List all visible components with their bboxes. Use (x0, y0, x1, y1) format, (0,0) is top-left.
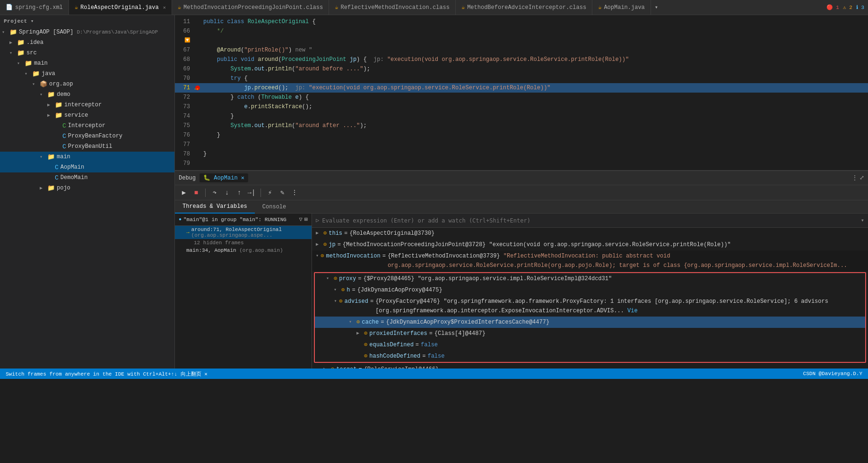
obj-icon: ⊙ (356, 317, 360, 327)
tree-item-orgaop[interactable]: ▾ 📦 org.aop (0, 79, 174, 89)
frame-current[interactable]: → around:71, RoleAspectOriginal (org.aop… (175, 226, 312, 239)
tab-role-aspect[interactable]: ☕ RoleAspectOriginal.java ✕ (69, 0, 172, 15)
item-label: ProxyBeanUtil (68, 143, 113, 150)
var-cache[interactable]: ▾ ⊙ cache = {JdkDynamicAopProxy$ProxiedI… (315, 317, 865, 328)
tree-item-service-folder[interactable]: ▶ 📁 service (0, 110, 174, 120)
debug-tab-aopmain[interactable]: 🐛 AopMain ✕ (200, 173, 248, 182)
tree-item-java[interactable]: ▾ 📁 java (0, 69, 174, 79)
var-h[interactable]: ▾ ⊙ h = {JdkDynamicAopProxy@4475} (315, 284, 865, 296)
tree-item-proxybeanfactory[interactable]: C ProxyBeanFactory (0, 131, 174, 141)
var-hashCodeDefined[interactable]: ⊙ hashCodeDefined = false (315, 351, 865, 362)
expand-icon: ▾ (25, 71, 32, 77)
class-icon: C (55, 174, 59, 181)
tabs-overflow[interactable]: ▾ (651, 4, 662, 11)
resume-button[interactable]: ▶ (179, 188, 189, 198)
frame-label: main:34, AopMain (org.aop.main) (186, 248, 283, 253)
app-root: 📄 spring-cfg.xml ☕ RoleAspectOriginal.ja… (0, 0, 868, 379)
code-editor[interactable]: 11 public class RoleAspectOriginal { 66 … (175, 15, 868, 170)
more-button[interactable]: ⋮ (289, 188, 300, 198)
tab-label: MethodInvocationProceedingJoinPoint.clas… (183, 4, 323, 11)
obj-icon: ⊙ (334, 274, 337, 283)
tab-icon: 📄 (6, 4, 13, 11)
item-label: java (42, 70, 55, 77)
expand-icon: ▾ (32, 81, 40, 87)
tree-item-interceptor-class[interactable]: C Interceptor (0, 120, 174, 131)
tree-item-demomain[interactable]: C DemoMain (0, 172, 174, 183)
frame-label: 12 hidden frames (186, 240, 244, 246)
tree-item-src[interactable]: ▾ 📁 src (0, 48, 174, 58)
frame-main[interactable]: main:34, AopMain (org.aop.main) (175, 247, 312, 254)
var-methodInvocation[interactable]: ▾ ⊙ methodInvocation = {ReflectiveMethod… (312, 250, 868, 271)
item-label: DemoMain (61, 174, 88, 181)
code-line-74: 74 } (175, 111, 868, 121)
tree-item-springaop[interactable]: ▾ 📁 SpringAOP [SAOP] D:\Programs\Java\Sp… (0, 27, 174, 37)
tab-method-inv[interactable]: ☕ MethodInvocationProceedingJoinPoint.cl… (172, 0, 329, 15)
folder-icon: 📁 (55, 111, 62, 119)
tree-item-aopmain[interactable]: C AopMain (0, 162, 174, 172)
obj-icon: ⊙ (341, 285, 345, 295)
item-label: main (57, 154, 70, 160)
item-label: org.aop (49, 81, 73, 87)
edit-button[interactable]: ✎ (277, 188, 287, 198)
expand-icon: ▶ (316, 240, 323, 249)
run-to-cursor-button[interactable]: →| (246, 188, 257, 198)
var-equalsDefined[interactable]: ⊙ equalsDefined = false (315, 339, 865, 351)
tree-item-main2[interactable]: ▾ 📁 main (0, 152, 174, 162)
highlight-box-group: ▾ ⊙ proxy = {$Proxy28@4465} "org.aop.spr… (314, 272, 866, 363)
sidebar-header: Project ▾ (0, 15, 174, 27)
warning-count: ⚠ 2 (843, 4, 852, 10)
expand-frames-icon[interactable]: ⊞ (304, 216, 308, 223)
evaluate-dropdown-icon[interactable]: ▾ (861, 217, 864, 224)
tab-method-before[interactable]: ☕ MethodBeforeAdviceInterceptor.class (456, 0, 592, 15)
tab-spring-cfg[interactable]: 📄 spring-cfg.xml (0, 0, 69, 15)
var-this[interactable]: ▶ ⊙ this = {RoleAspectOriginal@3730} (312, 228, 868, 239)
status-left: Switch frames from anywhere in the IDE w… (6, 370, 208, 377)
tree-item-main[interactable]: ▾ 📁 main (0, 58, 174, 69)
settings-icon[interactable]: ⋮ (852, 174, 858, 181)
code-line-77: 77 (175, 140, 868, 149)
filter-icon[interactable]: ▽ (299, 216, 303, 223)
tab-icon: ☕ (178, 4, 181, 11)
tree-item-idea[interactable]: ▶ 📁 .idea (0, 37, 174, 48)
step-over-button[interactable]: ↷ (209, 188, 220, 198)
close-icon[interactable]: ✕ (163, 5, 166, 10)
expand-icon: ▶ (323, 365, 331, 369)
tab-reflective[interactable]: ☕ ReflectiveMethodInvocation.class (329, 0, 456, 15)
stop-button[interactable]: ■ (191, 188, 201, 198)
item-label: .idea (26, 39, 43, 46)
var-proxiedInterfaces[interactable]: ▶ ⊙ proxiedInterfaces = {Class[4]@4487} (315, 328, 865, 339)
tab-aopmain[interactable]: ☕ AopMain.java (592, 0, 651, 15)
tab-console[interactable]: Console (255, 201, 294, 213)
tab-label: RoleAspectOriginal.java (80, 4, 159, 11)
step-out-button[interactable]: ↑ (234, 188, 244, 198)
evaluate-button[interactable]: ⚡ (265, 188, 275, 198)
folder-icon: 📁 (32, 70, 40, 77)
var-proxy[interactable]: ▾ ⊙ proxy = {$Proxy28@4465} "org.aop.spr… (315, 273, 865, 284)
tree-item-proxybeanutil[interactable]: C ProxyBeanUtil (0, 141, 174, 152)
var-target[interactable]: ▶ ⊙ target = {RoleServiceImpl@4466} (312, 364, 868, 369)
expand-icon: ▶ (47, 102, 55, 108)
step-into-button[interactable]: ↓ (222, 188, 232, 198)
item-label: interceptor (64, 102, 102, 108)
expand-icon: ▾ (40, 92, 47, 97)
code-line-ellipsis: 🔽 (175, 36, 868, 45)
info-count: ℹ 3 (856, 4, 864, 10)
expand-icon[interactable]: ⤢ (859, 174, 864, 181)
evaluate-input[interactable] (322, 217, 861, 224)
bool-icon: ⊙ (364, 340, 367, 350)
frame-label: around:71, RoleAspectOriginal (org.aop.s… (191, 227, 308, 238)
tree-item-pojo[interactable]: ▶ 📁 pojo (0, 183, 174, 193)
expand-icon: ▾ (334, 285, 341, 295)
folder-icon: 📁 (17, 49, 25, 57)
var-jp[interactable]: ▶ ⊙ jp = {MethodInvocationProceedingJoin… (312, 239, 868, 250)
frame-hidden[interactable]: 12 hidden frames (175, 239, 312, 247)
obj-icon: ⊙ (364, 329, 367, 338)
code-line-67: 67 @Around("printRole()") new " (175, 45, 868, 55)
tree-item-demo[interactable]: ▾ 📁 demo (0, 89, 174, 100)
tab-threads-variables[interactable]: Threads & Variables (175, 200, 255, 214)
frame-arrow: → (186, 230, 190, 235)
tab-label: AopMain.java (604, 4, 644, 11)
tree-item-interceptor-folder[interactable]: ▶ 📁 interceptor (0, 100, 174, 110)
var-advised[interactable]: ▾ ⊙ advised = {ProxyFactory@4476} "org.s… (315, 296, 865, 317)
editor-tabs: 📄 spring-cfg.xml ☕ RoleAspectOriginal.ja… (0, 0, 868, 15)
